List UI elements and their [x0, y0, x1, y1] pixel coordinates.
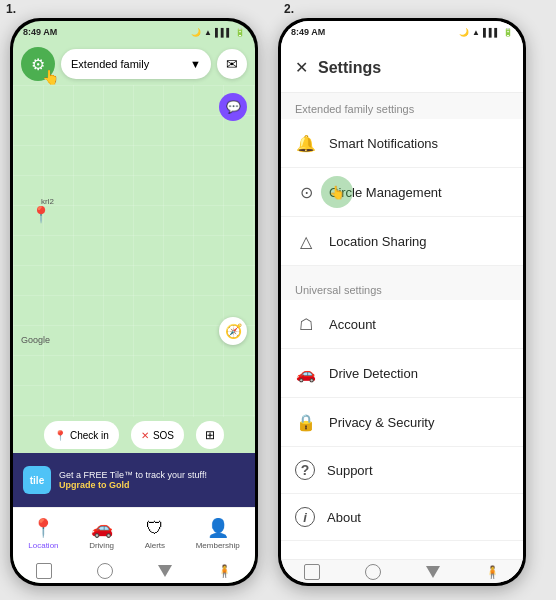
- moon-icon-2: 🌙: [459, 28, 469, 37]
- mail-button[interactable]: ✉: [217, 49, 247, 79]
- promo-banner[interactable]: tile Get a FREE Tile™ to track your stuf…: [13, 453, 255, 507]
- battery-icon-2: 🔋: [503, 28, 513, 37]
- cursor-hand-1: 👆: [42, 69, 59, 85]
- sos-label: SOS: [153, 430, 174, 441]
- nav-alerts[interactable]: 🛡 Alerts: [145, 518, 165, 550]
- close-button[interactable]: ✕: [295, 58, 308, 77]
- nav-location-label: Location: [28, 541, 58, 550]
- info-icon: i: [295, 507, 315, 527]
- sos-button[interactable]: ✕ SOS: [131, 421, 184, 449]
- circle-management-label: Circle Management: [329, 185, 442, 200]
- recents-btn-2[interactable]: [426, 566, 440, 578]
- wifi-icon-2: ▲: [472, 28, 480, 37]
- chevron-down-icon: ▼: [190, 58, 201, 70]
- action-buttons: 📍 Check in ✕ SOS ⊞: [13, 417, 255, 453]
- settings-title: Settings: [318, 59, 381, 77]
- phone2-inner: 8:49 AM 🌙 ▲ ▌▌▌ 🔋 ✕ Settings Extended fa…: [281, 21, 523, 583]
- location-nav-icon: 📍: [32, 517, 54, 539]
- screen2-label: 2.: [284, 2, 294, 16]
- driving-nav-icon: 🚗: [91, 517, 113, 539]
- map-area: 💬 📍 krl2 Google 🧭: [13, 85, 255, 417]
- google-label: Google: [21, 335, 50, 345]
- triangle-icon: △: [295, 230, 317, 252]
- map-label: krl2: [41, 197, 54, 206]
- about-label: About: [327, 510, 361, 525]
- settings-header: ✕ Settings: [281, 43, 523, 93]
- status-bar-1: 8:49 AM 🌙 ▲ ▌▌▌ 🔋: [13, 21, 255, 43]
- location-sharing-label: Location Sharing: [329, 234, 427, 249]
- back-btn-1[interactable]: [36, 563, 52, 579]
- car-icon: 🚗: [295, 362, 317, 384]
- person-btn-1[interactable]: 🧍: [217, 564, 232, 578]
- settings-item-location-sharing[interactable]: △ Location Sharing: [281, 217, 523, 266]
- top-bar: ⚙ 👆 Extended family ▼ ✉: [13, 43, 255, 85]
- screen2-wrapper: 2. 8:49 AM 🌙 ▲ ▌▌▌ 🔋 ✕ Settings: [278, 0, 556, 600]
- status-icons-2: 🌙 ▲ ▌▌▌ 🔋: [459, 28, 513, 37]
- phone-bottom-bar-1: 🧍: [13, 559, 255, 583]
- tile-logo: tile: [23, 466, 51, 494]
- x-circle-icon: ✕: [141, 430, 149, 441]
- promo-text: Get a FREE Tile™ to track your stuff! Up…: [59, 470, 245, 490]
- smart-notifications-label: Smart Notifications: [329, 136, 438, 151]
- settings-item-account[interactable]: ☖ Account: [281, 300, 523, 349]
- nav-alerts-label: Alerts: [145, 541, 165, 550]
- circle-icon: ⊙: [295, 181, 317, 203]
- shield-nav-icon: 🛡: [146, 518, 164, 539]
- settings-item-about[interactable]: i About: [281, 494, 523, 541]
- drive-detection-label: Drive Detection: [329, 366, 418, 381]
- nav-driving[interactable]: 🚗 Driving: [89, 517, 114, 550]
- nav-membership[interactable]: 👤 Membership: [196, 517, 240, 550]
- settings-item-support[interactable]: ? Support: [281, 447, 523, 494]
- wifi-icon: ▲: [204, 28, 212, 37]
- battery-icon: 🔋: [235, 28, 245, 37]
- promo-line1: Get a FREE Tile™ to track your stuff!: [59, 470, 245, 480]
- checkin-label: Check in: [70, 430, 109, 441]
- signal-icon: ▌▌▌: [215, 28, 232, 37]
- home-btn-1[interactable]: [97, 563, 113, 579]
- layers-button[interactable]: ⊞: [196, 421, 224, 449]
- nav-location[interactable]: 📍 Location: [28, 517, 58, 550]
- time-2: 8:49 AM: [291, 27, 325, 37]
- checkin-button[interactable]: 📍 Check in: [44, 421, 119, 449]
- person-nav-icon: 👤: [207, 517, 229, 539]
- recents-btn-1[interactable]: [158, 565, 172, 577]
- account-icon: ☖: [295, 313, 317, 335]
- bottom-nav: 📍 Location 🚗 Driving 🛡 Alerts 👤 Membersh…: [13, 507, 255, 559]
- family-dropdown-label: Extended family: [71, 58, 149, 70]
- status-bar-2: 8:49 AM 🌙 ▲ ▌▌▌ 🔋: [281, 21, 523, 43]
- logout-label: Log Out: [329, 558, 375, 560]
- compass-button[interactable]: 🧭: [219, 317, 247, 345]
- gear-button[interactable]: ⚙ 👆: [21, 47, 55, 81]
- section-header-universal: Universal settings: [281, 274, 523, 300]
- settings-item-smart-notifications[interactable]: 🔔 Smart Notifications: [281, 119, 523, 168]
- nav-driving-label: Driving: [89, 541, 114, 550]
- support-label: Support: [327, 463, 373, 478]
- family-dropdown[interactable]: Extended family ▼: [61, 49, 211, 79]
- settings-spacer-1: [281, 266, 523, 274]
- screen1-wrapper: 1. 8:49 AM 🌙 ▲ ▌▌▌ 🔋 ⚙ 👆 Exte: [0, 0, 278, 600]
- settings-item-circle-management[interactable]: ⊙ Circle Management 👆: [281, 168, 523, 217]
- phone2: 8:49 AM 🌙 ▲ ▌▌▌ 🔋 ✕ Settings Extended fa…: [278, 18, 526, 586]
- phone-bottom-bar-2: 🧍: [281, 559, 523, 583]
- moon-icon: 🌙: [191, 28, 201, 37]
- question-icon: ?: [295, 460, 315, 480]
- account-label: Account: [329, 317, 376, 332]
- chat-bubble[interactable]: 💬: [219, 93, 247, 121]
- home-btn-2[interactable]: [365, 564, 381, 580]
- lock-icon: 🔒: [295, 411, 317, 433]
- pin-icon: 📍: [54, 430, 66, 441]
- settings-scroll[interactable]: Extended family settings 🔔 Smart Notific…: [281, 93, 523, 559]
- section-header-family: Extended family settings: [281, 93, 523, 119]
- settings-item-drive-detection[interactable]: 🚗 Drive Detection: [281, 349, 523, 398]
- person-btn-2[interactable]: 🧍: [485, 565, 500, 579]
- map-grid: [13, 85, 255, 417]
- settings-item-logout[interactable]: ⇥ Log Out: [281, 541, 523, 559]
- time-1: 8:49 AM: [23, 27, 57, 37]
- settings-item-privacy-security[interactable]: 🔒 Privacy & Security: [281, 398, 523, 447]
- phone1-inner: 8:49 AM 🌙 ▲ ▌▌▌ 🔋 ⚙ 👆 Extended family ▼: [13, 21, 255, 583]
- screen1-label: 1.: [6, 2, 16, 16]
- status-icons-1: 🌙 ▲ ▌▌▌ 🔋: [191, 28, 245, 37]
- map-pin: 📍: [31, 205, 51, 224]
- back-btn-2[interactable]: [304, 564, 320, 580]
- nav-membership-label: Membership: [196, 541, 240, 550]
